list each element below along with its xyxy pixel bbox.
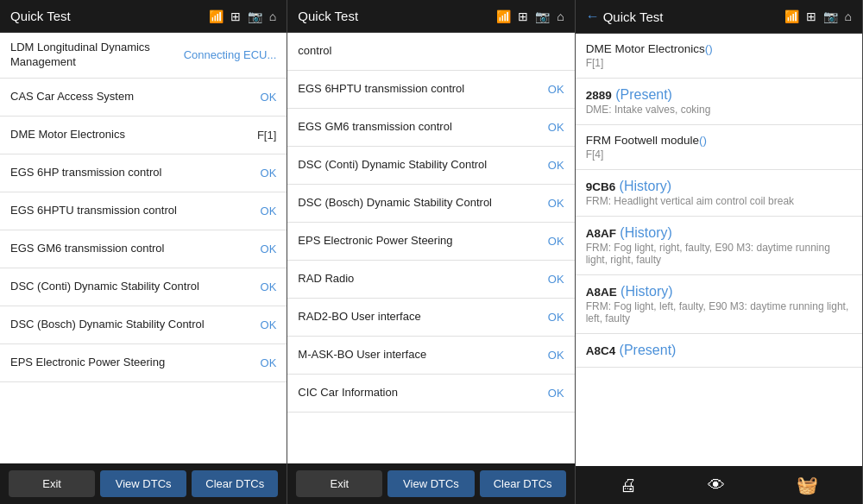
row-status: OK	[548, 197, 564, 210]
dtc-status: (Present)	[612, 87, 672, 102]
panel3-footer: 🖨 👁 🧺	[576, 466, 862, 504]
row-status: OK	[261, 167, 277, 180]
eye-icon[interactable]: 👁	[708, 476, 725, 495]
home-icon-2: ⌂	[557, 9, 564, 23]
detail-code-row[interactable]: A8AE (History) FRM: Fog light, left, fau…	[576, 275, 862, 334]
table-row[interactable]: DME Motor Electronics F[1]	[0, 117, 287, 154]
table-row[interactable]: DSC (Bosch) Dynamic Stability Control OK	[0, 306, 287, 344]
table-row[interactable]: RAD2-BO User interface OK	[287, 299, 574, 337]
table-row[interactable]: CIC Car Information OK	[287, 375, 574, 413]
dtc-desc: FRM: Fog light, left, faulty, E90 M3: da…	[586, 300, 852, 324]
detail-code-row[interactable]: A8C4 (Present)	[576, 334, 862, 368]
grid-icon-2: ⊞	[518, 9, 528, 23]
table-row[interactable]: control	[287, 33, 574, 71]
module-status-parens: ()	[699, 134, 707, 147]
detail-code-row[interactable]: 2889 (Present) DME: Intake valves, cokin…	[576, 79, 862, 125]
row-label: M-ASK-BO User interface	[298, 348, 541, 362]
panel-1: Quick Test 📶 ⊞ 📷 ⌂ LDM Longitudinal Dyna…	[0, 0, 287, 504]
panel2-title: Quick Test	[298, 9, 358, 23]
table-row[interactable]: EGS GM6 transmission control OK	[287, 109, 574, 147]
module-subtitle: F[4]	[586, 148, 852, 161]
row-status: OK	[548, 159, 564, 172]
clear-dtcs-button-2[interactable]: Clear DTCs	[480, 470, 566, 497]
row-status: OK	[261, 318, 277, 331]
code-line: 9CB6 (History)	[586, 179, 852, 194]
detail-module-row[interactable]: DME Motor Electronics() F[1]	[576, 34, 862, 79]
wifi-icon-2: 📶	[496, 9, 511, 23]
basket-icon[interactable]: 🧺	[797, 475, 818, 495]
panel3-content: DME Motor Electronics() F[1] 2889 (Prese…	[576, 34, 862, 466]
panel1-footer: Exit View DTCs Clear DTCs	[0, 463, 287, 504]
row-status: OK	[261, 280, 277, 293]
row-label: DSC (Conti) Dynamic Stability Control	[10, 280, 254, 294]
module-status-parens: ()	[705, 42, 713, 55]
row-label: EPS Electronic Power Steering	[298, 234, 541, 249]
home-icon-1: ⌂	[269, 9, 276, 23]
table-row[interactable]: EGS 6HP transmission control OK	[0, 154, 287, 192]
dtc-status: (History)	[617, 284, 673, 299]
dtc-code: A8AF	[586, 227, 616, 240]
dtc-status: (History)	[615, 179, 671, 193]
dtc-code: 9CB6	[586, 180, 616, 193]
row-label: DSC (Bosch) Dynamic Stability Control	[10, 318, 254, 332]
detail-module-row[interactable]: FRM Footwell module() F[4]	[576, 125, 862, 170]
row-label: EGS GM6 transmission control	[298, 120, 541, 135]
row-label: DSC (Conti) Dynamic Stability Control	[298, 158, 541, 173]
table-row[interactable]: RAD Radio OK	[287, 261, 574, 299]
panel2-content: control EGS 6HPTU transmission control O…	[287, 33, 574, 463]
table-row[interactable]: DSC (Conti) Dynamic Stability Control OK	[287, 147, 574, 185]
dtc-desc: FRM: Fog light, right, faulty, E90 M3: d…	[586, 242, 852, 266]
back-arrow-icon[interactable]: ←	[586, 9, 600, 24]
detail-code-row[interactable]: 9CB6 (History) FRM: Headlight vertical a…	[576, 170, 862, 217]
dtc-code: A8AE	[586, 286, 617, 299]
table-row[interactable]: EPS Electronic Power Steering OK	[287, 223, 574, 261]
module-title: DME Motor Electronics()	[586, 42, 852, 55]
module-title: FRM Footwell module()	[586, 134, 852, 147]
table-row[interactable]: DSC (Bosch) Dynamic Stability Control OK	[287, 185, 574, 223]
code-line: A8AF (History)	[586, 225, 852, 241]
view-dtcs-button-1[interactable]: View DTCs	[100, 470, 186, 497]
wifi-icon-3: 📶	[784, 9, 799, 23]
cam-icon-2: 📷	[535, 9, 550, 23]
exit-button-2[interactable]: Exit	[296, 470, 382, 497]
row-status: OK	[548, 121, 564, 134]
view-dtcs-button-2[interactable]: View DTCs	[387, 470, 474, 497]
dtc-status: (Present)	[615, 343, 676, 357]
row-status: OK	[548, 83, 564, 96]
print-icon[interactable]: 🖨	[620, 476, 637, 495]
table-row[interactable]: DSC (Conti) Dynamic Stability Control OK	[0, 268, 287, 306]
row-label: DSC (Bosch) Dynamic Stability Control	[298, 196, 541, 211]
header-icons-2: 📶 ⊞ 📷 ⌂	[496, 9, 564, 23]
home-icon-3: ⌂	[845, 9, 852, 23]
row-label: EGS GM6 transmission control	[10, 242, 254, 256]
table-row[interactable]: EGS 6HPTU transmission control OK	[0, 192, 287, 230]
table-row[interactable]: CAS Car Access System OK	[0, 79, 287, 117]
grid-icon-3: ⊞	[806, 9, 816, 23]
row-label: CIC Car Information	[298, 386, 541, 400]
row-status: OK	[548, 387, 564, 400]
panel1-content: LDM Longitudinal Dynamics Management Con…	[0, 33, 287, 463]
panel-3: ← Quick Test 📶 ⊞ 📷 ⌂ DME Motor Electroni…	[576, 0, 863, 504]
detail-code-row[interactable]: A8AF (History) FRM: Fog light, right, fa…	[576, 217, 862, 275]
row-status: F[1]	[257, 129, 276, 142]
table-row[interactable]: EGS 6HPTU transmission control OK	[287, 71, 574, 109]
header-2: Quick Test 📶 ⊞ 📷 ⌂	[287, 0, 574, 33]
table-row[interactable]: EGS GM6 transmission control OK	[0, 230, 287, 268]
row-label: EGS 6HP transmission control	[10, 166, 254, 180]
code-line: 2889 (Present)	[586, 87, 852, 103]
table-row[interactable]: M-ASK-BO User interface OK	[287, 337, 574, 375]
clear-dtcs-button-1[interactable]: Clear DTCs	[192, 470, 278, 497]
exit-button-1[interactable]: Exit	[9, 470, 95, 497]
row-label: LDM Longitudinal Dynamics Management	[10, 41, 177, 70]
table-row[interactable]: LDM Longitudinal Dynamics Management Con…	[0, 33, 287, 79]
dtc-desc: DME: Intake valves, coking	[586, 104, 852, 116]
dtc-desc: FRM: Headlight vertical aim control coil…	[586, 195, 852, 207]
header-3: ← Quick Test 📶 ⊞ 📷 ⌂	[576, 0, 862, 34]
row-label: EGS 6HPTU transmission control	[298, 82, 541, 97]
row-label: DME Motor Electronics	[10, 128, 250, 142]
row-label: CAS Car Access System	[10, 90, 254, 104]
row-status: OK	[261, 243, 277, 255]
table-row[interactable]: EPS Electronic Power Steering OK	[0, 344, 287, 382]
wifi-icon-1: 📶	[209, 9, 224, 23]
row-label: EPS Electronic Power Steering	[10, 356, 254, 370]
